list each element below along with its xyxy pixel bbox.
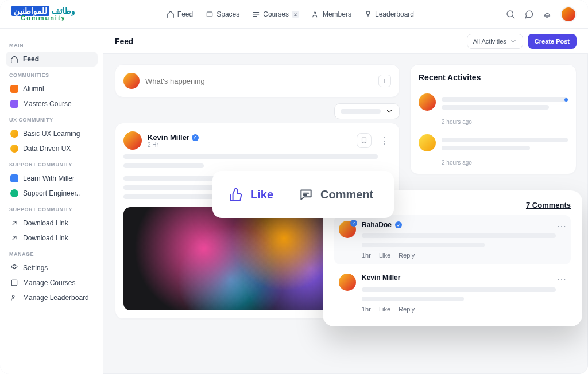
sidebar-download2[interactable]: Download Link [6,231,98,246]
skeleton [123,154,378,159]
filter-label: All Activities [473,38,506,45]
create-post-button[interactable]: Create Post [528,34,577,49]
post-more-button[interactable]: ⋮ [377,135,391,146]
sidebar-manage-courses[interactable]: Manage Courses [6,275,98,290]
sidebar-support-eng[interactable]: Support Engineer.. [6,186,98,201]
sidebar-learn-miller[interactable]: Learn With Miller [6,171,98,186]
comment-reply[interactable]: Reply [399,306,415,313]
verified-icon: ✓ [192,134,199,141]
nav-members-label: Members [323,10,351,18]
skeleton [442,105,549,110]
skeleton [442,97,568,102]
sidebar-data-ux-label: Data Driven UX [23,145,71,153]
sidebar-download1-label: Download Link [23,219,68,227]
layers-icon [206,10,214,18]
logo[interactable]: وظائف للمواطنين Community [11,7,75,21]
activity-time: 2 hours ago [442,159,568,166]
add-button[interactable]: + [378,75,391,87]
svg-point-5 [13,295,15,298]
skeleton [362,233,556,238]
sidebar-settings-label: Settings [23,264,48,272]
sidebar-manage-courses-label: Manage Courses [23,279,75,287]
comment-reply[interactable]: Reply [399,252,415,259]
sidebar-download2-label: Download Link [23,234,68,242]
like-label: Like [250,188,273,201]
trophy-icon [10,294,18,302]
sidebar-data-ux[interactable]: Data Driven UX [6,141,98,156]
section-ux: UX COMMUNITY [9,117,94,123]
recent-activities-card: Recent Activites 2 hours ago 2 hours ago [410,64,577,174]
chat-icon[interactable] [524,9,534,20]
activity-time: 2 hours ago [442,119,568,125]
verified-icon: ✓ [395,221,402,228]
skeleton [442,146,530,150]
composer[interactable]: + [115,64,400,98]
sidebar-feed-label: Feed [23,55,39,63]
bookmark-button[interactable] [357,133,372,148]
comment-author[interactable]: RahaDoe [362,221,392,229]
sidebar-basic-ux[interactable]: Basic UX Learning [6,126,98,141]
comment-item: ✓ RahaDoe✓ 1hr Like Reply ⋯ [334,215,571,264]
nav-leaderboard[interactable]: Leaderboard [364,10,414,18]
section-support2: SUPPORT COMMUNITY [9,207,94,212]
sidebar-manage-leaderboard-label: Manage Leaderboard [23,294,89,302]
comment-avatar[interactable]: ✓ [339,221,356,238]
post-avatar[interactable] [123,131,142,150]
activity-avatar [419,134,436,151]
bookmark-icon [360,137,368,145]
comment-more-button[interactable]: ⋯ [557,221,566,232]
composer-input[interactable] [145,77,373,85]
user-avatar[interactable] [560,6,577,22]
sidebar-manage-leaderboard[interactable]: Manage Leaderboard [6,290,98,305]
arrow-icon [10,234,18,242]
trophy-icon [364,10,372,18]
bell-icon[interactable] [542,9,552,20]
like-button[interactable]: Like [229,187,273,202]
comment-avatar[interactable] [339,274,356,291]
nav-members[interactable]: Members [312,10,351,18]
sidebar-learn-miller-label: Learn With Miller [23,174,75,182]
comment-like[interactable]: Like [379,252,390,259]
search-icon[interactable] [505,9,516,20]
comment-icon [299,187,314,202]
comment-like[interactable]: Like [379,306,390,313]
comment-label: Comment [320,188,373,201]
composer-avatar [123,73,140,89]
nav-courses[interactable]: Courses2 [252,10,299,18]
sidebar-feed[interactable]: Feed [6,52,98,67]
recent-title: Recent Activites [419,73,568,82]
dot-icon [10,174,18,182]
nav-feed[interactable]: Feed [167,10,193,18]
svg-point-3 [13,267,16,269]
avatar-icon [10,145,18,153]
skeleton [442,138,568,142]
nav-spaces[interactable]: Spaces [206,10,239,18]
sort-dropdown[interactable] [334,103,400,119]
activity-item[interactable] [419,130,568,156]
sidebar-masters[interactable]: Masters Course [6,96,98,111]
svg-point-1 [314,11,316,14]
sidebar-alumni[interactable]: Alumni [6,81,98,96]
filter-dropdown[interactable]: All Activities [467,34,523,49]
unread-dot-icon [564,98,568,102]
comment-button[interactable]: Comment [294,181,378,208]
comment-time: 1hr [362,252,371,259]
sidebar-download1[interactable]: Download Link [6,216,98,231]
activity-item[interactable] [419,89,568,115]
post-author[interactable]: Kevin Miller✓ [148,133,199,142]
comment-more-button[interactable]: ⋯ [557,274,566,285]
section-support: SUPPORT COMMUNITY [9,162,94,167]
comment-author[interactable]: Kevin Miller [362,274,400,282]
users-icon [312,10,320,18]
topbar: وظائف للمواطنين Community Feed Spaces Co… [0,0,588,29]
nav-leaderboard-label: Leaderboard [375,10,414,18]
sidebar-settings[interactable]: Settings [6,260,98,275]
topbar-right [505,6,577,22]
arrow-icon [10,219,18,227]
post-time: 2 Hr [148,142,199,148]
nav-courses-label: Courses [263,10,289,18]
chevron-down-icon [510,38,517,45]
sidebar-masters-label: Masters Course [23,100,72,108]
svg-point-2 [507,11,513,17]
book-icon [252,10,260,18]
